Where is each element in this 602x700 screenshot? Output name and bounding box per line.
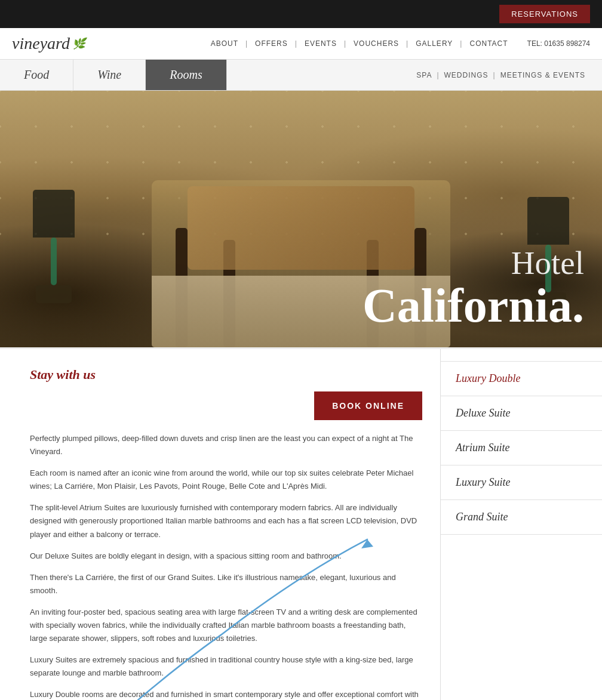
subnav-spa[interactable]: SPA [411,71,437,79]
main-nav: ABOUT | OFFERS | EVENTS | VOUCHERS | GAL… [204,39,515,48]
para-8: Luxury Double rooms are decorated and fu… [30,688,422,700]
nav-contact[interactable]: CONTACT [462,39,515,48]
sidebar-item-grand-suite[interactable]: Grand Suite [441,500,602,535]
nav-gallery[interactable]: GALLERY [408,39,460,48]
hero-line1: Hotel [363,244,584,282]
logo: vineyard 🌿 [12,34,85,53]
sidebar-item-atrium-suite[interactable]: Atrium Suite [441,431,602,465]
para-3: The split-level Atrium Suites are luxuri… [30,501,422,541]
para-4: Our Deluxe Suites are boldly elegant in … [30,550,422,563]
hero-line2: California. [363,282,584,329]
sidebar-item-luxury-suite[interactable]: Luxury Suite [441,465,602,500]
reservations-button[interactable]: RESERVATIONS [499,5,590,23]
para-7: Luxury Suites are extremely spacious and… [30,653,422,680]
subnav-weddings[interactable]: WEDDINGS [440,71,493,79]
tab-wine[interactable]: Wine [73,60,146,90]
logo-bird-icon: 🌿 [72,37,85,50]
para-6: An inviting four-poster bed, spacious se… [30,606,422,645]
nav-offers[interactable]: OFFERS [248,39,295,48]
book-online-button[interactable]: BOOK ONLINE [314,391,422,420]
nav-about[interactable]: ABOUT [204,39,245,48]
content-area: Stay with us BOOK ONLINE Perfectly plump… [0,347,602,700]
book-btn-area: BOOK ONLINE [30,391,422,420]
subnav-meetings[interactable]: MEETINGS & EVENTS [496,71,590,79]
nav-vouchers[interactable]: VOUCHERS [346,39,406,48]
sidebar-item-luxury-double[interactable]: Luxury Double [441,361,602,396]
header-tel: TEL: 01635 898274 [527,39,590,48]
logo-text: vineyard [12,34,70,53]
header: vineyard 🌿 ABOUT | OFFERS | EVENTS | VOU… [0,28,602,60]
sub-nav-tabs: Food Wine Rooms [0,60,227,90]
hero-image: Hotel California. [0,91,602,347]
sub-nav-right-links: SPA | WEDDINGS | MEETINGS & EVENTS [400,60,602,90]
content-section: Stay with us BOOK ONLINE Perfectly plump… [0,347,602,700]
top-bar: RESERVATIONS [0,0,602,28]
hero-text: Hotel California. [363,244,584,329]
main-content: Stay with us BOOK ONLINE Perfectly plump… [0,349,441,700]
sub-nav: Food Wine Rooms SPA | WEDDINGS | MEETING… [0,60,602,91]
nav-events[interactable]: EVENTS [297,39,344,48]
stay-title: Stay with us [30,367,422,383]
hero-lamp-left [30,190,78,309]
tab-food[interactable]: Food [0,60,73,90]
sidebar-item-deluxe-suite[interactable]: Deluxe Suite [441,396,602,431]
tab-rooms[interactable]: Rooms [146,60,226,90]
para-2: Each room is named after an iconic wine … [30,467,422,493]
sidebar: Luxury Double Deluxe Suite Atrium Suite … [441,349,602,700]
para-1: Perfectly plumped pillows, deep-filled d… [30,432,422,458]
para-5: Then there's La Carriére, the first of o… [30,571,422,597]
